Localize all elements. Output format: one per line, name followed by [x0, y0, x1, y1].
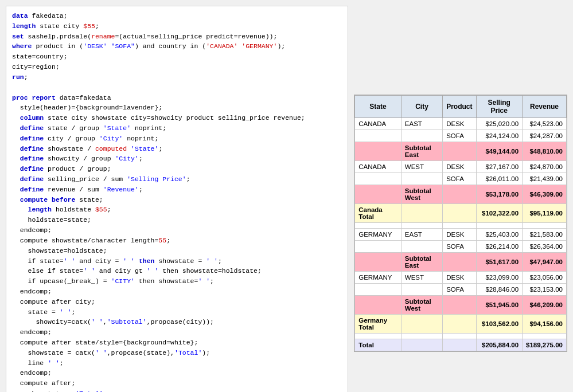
table-cell: $53,178.00	[476, 185, 523, 204]
table-cell	[443, 296, 476, 315]
table-cell	[355, 284, 402, 296]
code-editor: data fakedata; length state city $55; se…	[6, 6, 348, 392]
table-cell: $28,846.00	[476, 284, 523, 296]
column-header: City	[401, 96, 442, 118]
table-cell	[355, 296, 402, 315]
table-cell: Subtotal West	[401, 296, 442, 315]
table-cell	[443, 253, 476, 272]
table-cell: $25,403.00	[476, 229, 523, 241]
data-table: StateCityProductSelling PriceRevenue CAN…	[354, 95, 567, 351]
table-cell	[443, 204, 476, 223]
table-cell: $23,099.00	[476, 272, 523, 284]
table-cell	[355, 130, 402, 142]
table-cell: $24,523.00	[523, 118, 567, 130]
table-cell: $21,439.00	[523, 173, 567, 185]
table-cell: $46,309.00	[523, 185, 567, 204]
table-cell: $51,617.00	[476, 253, 523, 272]
column-header: State	[355, 96, 402, 118]
blank-cell	[523, 334, 567, 339]
table-cell	[443, 185, 476, 204]
table-cell: $23,153.00	[523, 284, 567, 296]
table-cell: $25,020.00	[476, 118, 523, 130]
table-cell: $23,056.00	[523, 272, 567, 284]
table-cell: SOFA	[443, 241, 476, 253]
table-cell: $205,884.00	[476, 339, 523, 351]
table-cell: $49,144.00	[476, 142, 523, 161]
blank-cell	[476, 334, 523, 339]
table-cell: SOFA	[443, 173, 476, 185]
table-cell: $26,214.00	[476, 241, 523, 253]
blank-cell	[443, 223, 476, 229]
blank-cell	[401, 334, 442, 339]
table-cell: $46,209.00	[523, 296, 567, 315]
report-table: StateCityProductSelling PriceRevenue CAN…	[354, 95, 567, 352]
table-cell: DESK	[443, 229, 476, 241]
table-cell: EAST	[401, 229, 442, 241]
table-cell	[401, 315, 442, 334]
blank-cell	[523, 223, 567, 229]
table-cell: $24,870.00	[523, 161, 567, 173]
table-cell: DESK	[443, 272, 476, 284]
table-cell: $21,583.00	[523, 229, 567, 241]
table-cell: $51,945.00	[476, 296, 523, 315]
table-cell: WEST	[401, 272, 442, 284]
table-cell: $24,287.00	[523, 130, 567, 142]
table-cell	[355, 142, 402, 161]
table-cell	[401, 339, 442, 351]
table-cell: Subtotal East	[401, 253, 442, 272]
table-cell: Subtotal East	[401, 142, 442, 161]
table-cell	[443, 142, 476, 161]
table-cell: $94,156.00	[523, 315, 567, 334]
table-cell	[355, 173, 402, 185]
table-cell	[401, 173, 442, 185]
table-cell	[401, 241, 442, 253]
table-cell: $26,364.00	[523, 241, 567, 253]
table-cell: Canada Total	[355, 204, 402, 223]
table-cell: $189,275.00	[523, 339, 567, 351]
table-cell: $95,119.00	[523, 204, 567, 223]
table-cell: $26,011.00	[476, 173, 523, 185]
blank-cell	[355, 334, 402, 339]
table-cell: $24,124.00	[476, 130, 523, 142]
table-cell: $48,810.00	[523, 142, 567, 161]
blank-cell	[476, 223, 523, 229]
table-cell: Germany Total	[355, 315, 402, 334]
table-cell	[443, 315, 476, 334]
column-header: Product	[443, 96, 476, 118]
table-cell	[443, 339, 476, 351]
blank-cell	[401, 223, 442, 229]
table-cell: CANADA	[355, 118, 402, 130]
column-header: Selling Price	[476, 96, 523, 118]
table-cell: GERMANY	[355, 229, 402, 241]
table-cell: $27,167.00	[476, 161, 523, 173]
table-cell	[355, 253, 402, 272]
table-cell	[401, 130, 442, 142]
table-cell	[355, 185, 402, 204]
table-cell: CANADA	[355, 161, 402, 173]
table-cell: WEST	[401, 161, 442, 173]
table-cell	[401, 204, 442, 223]
table-cell: $47,947.00	[523, 253, 567, 272]
table-cell: Total	[355, 339, 402, 351]
blank-cell	[355, 223, 402, 229]
column-header: Revenue	[523, 96, 567, 118]
table-cell	[355, 241, 402, 253]
table-cell: SOFA	[443, 130, 476, 142]
table-cell: Subtotal West	[401, 185, 442, 204]
table-cell	[401, 284, 442, 296]
blank-cell	[443, 334, 476, 339]
table-cell: DESK	[443, 161, 476, 173]
table-cell: EAST	[401, 118, 442, 130]
table-cell: $102,322.00	[476, 204, 523, 223]
table-cell: DESK	[443, 118, 476, 130]
table-cell: SOFA	[443, 284, 476, 296]
table-cell: $103,562.00	[476, 315, 523, 334]
table-cell: GERMANY	[355, 272, 402, 284]
